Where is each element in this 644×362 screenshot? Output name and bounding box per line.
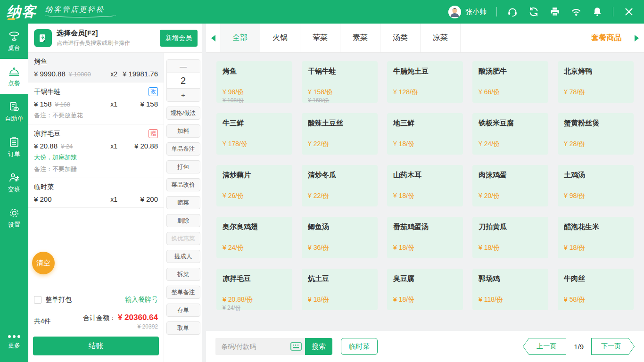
dish-original-price: ¥ 168/份	[308, 97, 329, 105]
action-button[interactable]: 打包	[166, 160, 200, 173]
order-item[interactable]: 干锅牛蛙 改 ¥ 158 ¥ 168 x1 ¥ 158 备注：不要放葱花	[28, 82, 164, 124]
search-button[interactable]: 搜索	[305, 338, 332, 355]
order-item-price: ¥ 9990.88	[34, 70, 66, 78]
dish-name: 牛三鲜	[223, 119, 286, 128]
order-item-note: 备注：不要加醋	[34, 165, 158, 173]
enter-table-number-link[interactable]: 输入餐牌号	[125, 296, 158, 304]
notification-icon[interactable]	[592, 6, 603, 17]
dish-card[interactable]: 肉沫鸡蛋 ¥ 20/份	[472, 165, 548, 206]
gear-icon	[8, 207, 20, 219]
category-tab[interactable]: 荤菜	[300, 24, 340, 52]
user-name[interactable]: 张小帅	[465, 8, 487, 16]
dish-card[interactable]: 凉拌毛豆 ¥ 20.88/份 ¥ 24/份	[216, 269, 292, 310]
dish-price: ¥ 158/份	[308, 88, 333, 97]
dish-original-price: ¥ 108/份	[223, 97, 244, 105]
category-tab[interactable]: 素菜	[340, 24, 380, 52]
action-button[interactable]: 删除	[166, 214, 200, 227]
category-tab[interactable]: 全部	[220, 24, 260, 52]
checkout-button[interactable]: 结账	[33, 337, 159, 355]
dish-card[interactable]: 牛三鲜 ¥ 178/份	[216, 113, 292, 155]
sidebar-item-shift[interactable]: 交班	[0, 165, 28, 200]
tabs-scroll-right-button[interactable]	[630, 24, 644, 52]
dish-card[interactable]: 烤鱼 ¥ 98/份 ¥ 108/份	[216, 61, 292, 103]
dish-card[interactable]: 清炒藕片 ¥ 26/份	[216, 165, 292, 206]
combo-products-tab[interactable]: 套餐商品	[583, 24, 630, 52]
pack-whole-order-checkbox[interactable]	[34, 296, 41, 304]
dish-card[interactable]: 地三鲜 ¥ 18/份	[387, 113, 463, 155]
order-item-note: 备注：不要放葱花	[34, 111, 158, 120]
action-button[interactable]: 规格/做法	[166, 107, 200, 120]
action-button[interactable]: 换优惠菜	[166, 232, 200, 245]
clear-order-button[interactable]: 清空	[32, 252, 55, 274]
order-item-original-price: ¥ 24	[61, 143, 73, 150]
dish-card[interactable]: 酸汤肥牛 ¥ 66/份	[472, 61, 548, 103]
tabs-scroll-left-button[interactable]	[206, 24, 220, 52]
dish-name: 刀拍黄瓜	[479, 222, 542, 231]
dish-card[interactable]: 酸辣土豆丝 ¥ 22/份	[302, 113, 378, 155]
customer-service-icon[interactable]	[507, 6, 518, 17]
dish-card[interactable]: 醋泡花生米 ¥ 18/份	[558, 217, 634, 258]
dish-card[interactable]: 炕土豆 ¥ 18/份	[302, 269, 378, 310]
slogan: 纳客管店更轻松	[45, 5, 116, 17]
sidebar-item-more[interactable]: 更多	[0, 324, 28, 359]
dish-card[interactable]: 郭场鸡 ¥ 118/份	[472, 269, 548, 310]
next-page-button[interactable]: 下一页	[591, 338, 635, 355]
dish-card[interactable]: 刀拍黄瓜 ¥ 18/份	[472, 217, 548, 258]
action-button[interactable]: 赠菜	[166, 196, 200, 209]
sidebar-item-ordering[interactable]: 点餐	[0, 59, 28, 94]
sidebar-item-settings[interactable]: 设置	[0, 200, 28, 236]
printer-icon[interactable]	[549, 6, 561, 17]
total-label: 合计金额：	[83, 314, 116, 322]
avatar[interactable]	[448, 6, 461, 18]
action-button[interactable]: 拆菜	[166, 268, 200, 281]
category-tab[interactable]: 凉菜	[421, 24, 461, 52]
dish-card[interactable]: 牛腩炖土豆 ¥ 128/份	[387, 61, 463, 103]
slogan-underline	[45, 15, 116, 17]
order-item[interactable]: 临时菜 ¥ 200 x1 ¥ 200	[28, 178, 164, 208]
action-button[interactable]: 取单	[166, 321, 200, 335]
category-tab[interactable]: 火锅	[260, 24, 300, 52]
sidebar-item-tables[interactable]: 桌台	[0, 24, 28, 59]
dish-card[interactable]: 臭豆腐 ¥ 18/份	[387, 269, 463, 310]
dish-card[interactable]: 干锅牛蛙 ¥ 158/份 ¥ 168/份	[302, 61, 378, 103]
dish-card[interactable]: 北京烤鸭 ¥ 78/份	[558, 61, 634, 103]
dish-card[interactable]: 鲫鱼汤 ¥ 36/份	[302, 217, 378, 258]
order-item[interactable]: 凉拌毛豆 赠 ¥ 20.88 ¥ 24 x1 ¥ 20.88 大份，加麻加辣 备…	[28, 124, 164, 178]
category-tab-list: 全部 火锅 荤菜 素菜 汤类 凉菜	[220, 24, 461, 52]
dish-card[interactable]: 铁板米豆腐 ¥ 24/份	[472, 113, 548, 155]
edit-badge[interactable]: 改	[149, 87, 158, 96]
sidebar-item-label: 订单	[8, 150, 20, 158]
close-icon[interactable]	[623, 6, 635, 17]
keyboard-icon[interactable]	[290, 342, 302, 353]
sidebar-item-self-order[interactable]: 自助单	[0, 94, 28, 130]
action-button[interactable]: 加料	[166, 124, 200, 138]
dish-card[interactable]: 牛肉丝 ¥ 58/份	[558, 269, 634, 310]
dish-price: ¥ 26/份	[223, 192, 244, 200]
dish-card[interactable]: 山药木耳 ¥ 18/份	[387, 165, 463, 206]
sync-icon[interactable]	[528, 6, 539, 17]
order-item-original-price: ¥ 168	[55, 101, 71, 108]
action-button[interactable]: 单品备注	[166, 142, 200, 156]
sidebar-item-orders[interactable]: 订单	[0, 130, 28, 165]
dish-card[interactable]: 番茄鸡蛋汤 ¥ 18/份	[387, 217, 463, 258]
action-button[interactable]: 提成人	[166, 250, 200, 263]
member-bar[interactable]: 选择会员[F2] 点击进行会员搜索或刷卡操作 新增会员	[28, 24, 202, 53]
dish-card[interactable]: 奥尔良鸡翅 ¥ 24/份	[216, 217, 292, 258]
dish-card[interactable]: 蟹黄粉丝煲 ¥ 28/份	[558, 113, 634, 155]
dish-card[interactable]: 土鸡汤 ¥ 98/份	[558, 165, 634, 206]
category-tab[interactable]: 汤类	[380, 24, 421, 52]
wifi-icon[interactable]	[570, 6, 582, 17]
dish-price: ¥ 22/份	[308, 192, 329, 200]
quantity-plus-button[interactable]: +	[167, 89, 200, 101]
action-button[interactable]: 存单	[166, 304, 200, 317]
quantity-minus-button[interactable]: —	[167, 60, 200, 73]
order-item[interactable]: 烤鱼 ¥ 9990.88 ¥ 10000 x2 ¥ 19981.76	[28, 53, 164, 82]
action-button[interactable]: 整单备注	[166, 286, 200, 299]
action-button[interactable]: 菜品改价	[166, 178, 200, 191]
prev-page-button[interactable]: 上一页	[523, 338, 566, 355]
temp-dish-button[interactable]: 临时菜	[341, 338, 378, 355]
item-count: 共4件	[34, 317, 51, 326]
add-member-button[interactable]: 新增会员	[160, 30, 198, 47]
dish-card[interactable]: 清炒冬瓜 ¥ 22/份	[302, 165, 378, 206]
order-panel: 烤鱼 ¥ 9990.88 ¥ 10000 x2 ¥ 19981.76	[28, 53, 164, 362]
